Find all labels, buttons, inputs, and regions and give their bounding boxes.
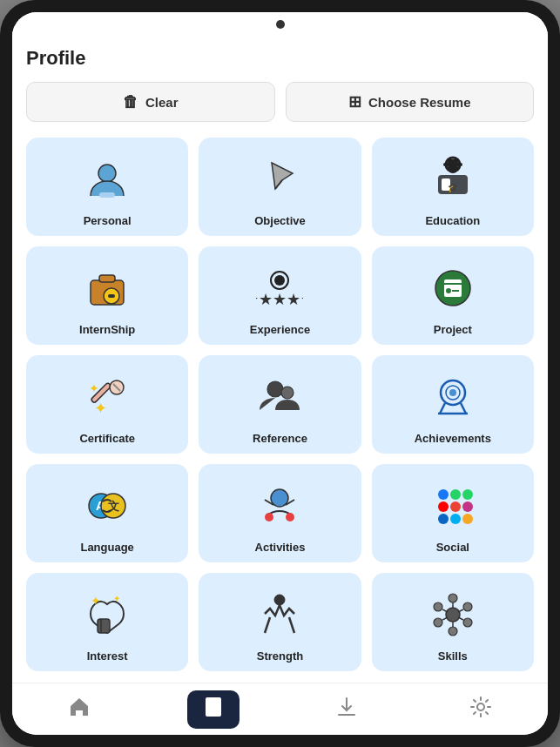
svg-point-0 bbox=[98, 165, 116, 182]
grid-item-activities[interactable]: Activities bbox=[199, 464, 361, 562]
home-nav-icon bbox=[68, 696, 91, 723]
reference-label: Reference bbox=[253, 432, 307, 445]
grid-item-social[interactable]: Social bbox=[372, 464, 534, 562]
svg-point-44 bbox=[265, 513, 273, 522]
grid-item-objective[interactable]: Objective bbox=[199, 138, 361, 236]
svg-text:✦: ✦ bbox=[91, 594, 101, 608]
clear-label: Clear bbox=[145, 95, 179, 110]
choose-label: Choose Resume bbox=[368, 95, 471, 110]
svg-point-54 bbox=[462, 514, 473, 524]
svg-point-53 bbox=[450, 514, 461, 524]
grid-item-personal[interactable]: Personal bbox=[26, 138, 188, 236]
objective-icon bbox=[250, 150, 309, 209]
svg-point-22 bbox=[446, 288, 451, 293]
language-icon: A 文 bbox=[78, 476, 137, 535]
internship-label: InternShip bbox=[79, 323, 135, 336]
achievements-icon bbox=[423, 367, 482, 427]
grid-item-certificate[interactable]: ✦ ✦ Certificate bbox=[26, 355, 188, 454]
experience-icon: ★★★★★ bbox=[250, 259, 309, 318]
svg-point-65 bbox=[463, 618, 472, 627]
svg-point-48 bbox=[462, 489, 473, 500]
svg-text:✦: ✦ bbox=[94, 400, 107, 417]
project-label: Project bbox=[434, 323, 472, 336]
nav-item-resume[interactable] bbox=[187, 690, 240, 729]
achievements-label: Achievements bbox=[415, 432, 491, 445]
grid-item-education[interactable]: 🎓 Education bbox=[372, 138, 534, 236]
svg-point-30 bbox=[281, 387, 293, 399]
certificate-label: Certificate bbox=[79, 432, 135, 445]
svg-text:✦: ✦ bbox=[113, 594, 120, 603]
svg-text:★★★★★: ★★★★★ bbox=[256, 291, 303, 308]
svg-line-61 bbox=[289, 617, 294, 633]
svg-point-67 bbox=[434, 618, 442, 627]
grid-item-achievements[interactable]: Achievements bbox=[372, 355, 534, 454]
activities-label: Activities bbox=[255, 541, 306, 554]
clear-icon: 🗑 bbox=[123, 93, 138, 111]
svg-rect-1 bbox=[99, 192, 115, 198]
activities-icon bbox=[250, 476, 309, 535]
svg-point-62 bbox=[446, 608, 460, 622]
svg-rect-13 bbox=[99, 275, 115, 282]
personal-label: Personal bbox=[84, 214, 132, 227]
grid-item-internship[interactable]: InternShip bbox=[26, 246, 188, 345]
social-label: Social bbox=[436, 541, 469, 554]
svg-rect-75 bbox=[206, 697, 221, 717]
main-content: Profile 🗑 Clear ⊞ Choose Resume Personal bbox=[12, 37, 548, 683]
strength-icon bbox=[250, 585, 309, 644]
settings-nav-icon bbox=[469, 696, 492, 723]
svg-line-60 bbox=[265, 617, 270, 633]
svg-point-50 bbox=[450, 501, 461, 512]
svg-line-35 bbox=[461, 403, 466, 414]
nav-item-settings[interactable] bbox=[455, 690, 507, 729]
grid-item-reference[interactable]: Reference bbox=[199, 355, 361, 454]
internship-icon bbox=[78, 259, 137, 318]
clear-button[interactable]: 🗑 Clear bbox=[26, 82, 275, 122]
svg-point-52 bbox=[438, 514, 449, 524]
svg-marker-3 bbox=[272, 163, 293, 189]
education-icon: 🎓 bbox=[423, 150, 482, 209]
skills-label: Skills bbox=[438, 649, 468, 663]
svg-point-64 bbox=[463, 602, 472, 611]
interest-icon: ✦ ✦ bbox=[78, 585, 137, 644]
nav-item-download[interactable] bbox=[320, 690, 373, 729]
certificate-icon: ✦ ✦ bbox=[78, 367, 137, 427]
category-grid: Personal Objective 🎓 Education InternShi… bbox=[26, 138, 534, 671]
choose-resume-button[interactable]: ⊞ Choose Resume bbox=[286, 82, 535, 122]
svg-line-34 bbox=[440, 403, 445, 414]
svg-point-80 bbox=[477, 703, 484, 710]
choose-icon: ⊞ bbox=[348, 92, 361, 111]
grid-item-skills[interactable]: Skills bbox=[372, 573, 534, 671]
svg-text:🎓: 🎓 bbox=[448, 182, 459, 193]
grid-item-experience[interactable]: ★★★★★ Experience bbox=[199, 246, 361, 345]
svg-point-33 bbox=[449, 389, 456, 396]
download-nav-icon bbox=[335, 696, 358, 723]
resume-nav-icon bbox=[202, 696, 225, 723]
svg-point-51 bbox=[462, 501, 473, 512]
svg-rect-10 bbox=[447, 159, 459, 163]
grid-item-project[interactable]: Project bbox=[372, 246, 534, 345]
screen: Profile 🗑 Clear ⊞ Choose Resume Personal bbox=[12, 12, 548, 735]
interest-label: Interest bbox=[87, 649, 128, 663]
language-label: Language bbox=[80, 541, 133, 554]
svg-point-45 bbox=[286, 513, 294, 522]
page-title: Profile bbox=[26, 47, 534, 70]
social-icon bbox=[423, 476, 482, 535]
objective-label: Objective bbox=[254, 214, 306, 227]
svg-text:✦: ✦ bbox=[89, 381, 99, 395]
status-bar bbox=[12, 12, 548, 37]
svg-point-49 bbox=[438, 501, 449, 512]
nav-item-home[interactable] bbox=[53, 690, 105, 729]
svg-point-66 bbox=[449, 627, 457, 636]
personal-icon bbox=[78, 150, 137, 209]
svg-point-47 bbox=[450, 489, 461, 500]
svg-point-17 bbox=[274, 275, 285, 286]
strength-label: Strength bbox=[257, 649, 303, 663]
svg-point-29 bbox=[267, 381, 283, 397]
reference-icon bbox=[250, 367, 309, 427]
device-frame: Profile 🗑 Clear ⊞ Choose Resume Personal bbox=[0, 0, 560, 747]
grid-item-language[interactable]: A 文 Language bbox=[26, 464, 188, 562]
education-label: Education bbox=[425, 214, 480, 227]
grid-item-strength[interactable]: Strength bbox=[199, 573, 361, 671]
grid-item-interest[interactable]: ✦ ✦ Interest bbox=[26, 573, 188, 671]
svg-point-46 bbox=[438, 489, 449, 500]
